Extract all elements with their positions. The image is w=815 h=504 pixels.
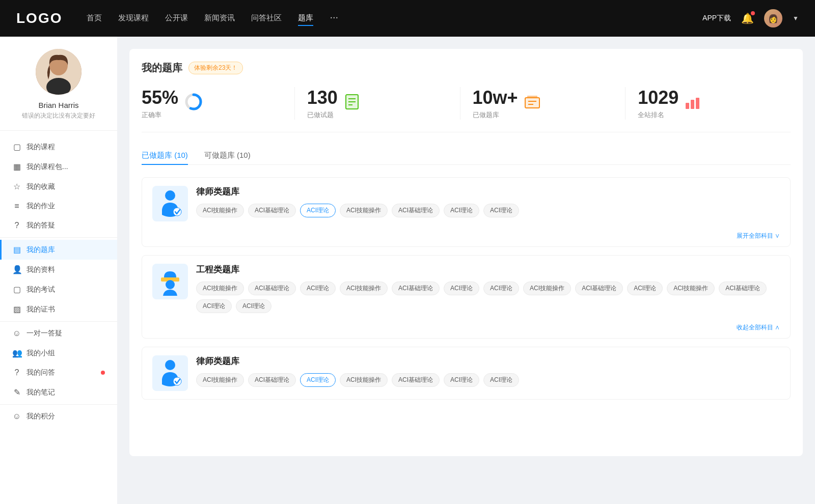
- profile-motto: 错误的决定比没有决定要好: [22, 111, 95, 120]
- svg-rect-16: [686, 103, 689, 109]
- qbank-card-2-collapse[interactable]: 收起全部科目 ∧: [142, 321, 790, 338]
- profile-avatar-image: [36, 49, 82, 95]
- stat-ranking: 1029 全站排名: [626, 87, 791, 120]
- tutoring-icon: ☺: [12, 329, 21, 338]
- stat-accuracy-label: 正确率: [142, 110, 178, 120]
- tag-2-4[interactable]: ACI基础理论: [392, 282, 440, 295]
- svg-rect-11: [525, 98, 539, 108]
- sidebar-item-notes[interactable]: ✎ 我的笔记: [0, 382, 117, 402]
- tag-1-5[interactable]: ACI理论: [444, 204, 479, 217]
- sidebar-label-favorites: 我的收藏: [26, 182, 105, 191]
- tag-1-3[interactable]: ACI技能操作: [340, 204, 388, 217]
- tag-1-0[interactable]: ACI技能操作: [196, 204, 244, 217]
- sidebar-divider-3: [0, 404, 117, 405]
- tag-2-9[interactable]: ACI理论: [627, 282, 663, 295]
- nav-open-course[interactable]: 公开课: [165, 11, 188, 26]
- stat-done-banks-label: 已做题库: [473, 110, 518, 120]
- logo: LOGO: [16, 10, 62, 26]
- tag-2-13[interactable]: ACI理论: [236, 299, 271, 313]
- stat-done-questions-text: 130 已做试题: [307, 87, 338, 120]
- stat-done-questions-label: 已做试题: [307, 110, 338, 120]
- tag-3-6[interactable]: ACI理论: [483, 373, 519, 387]
- sidebar-menu: ▢ 我的课程 ▦ 我的课程包... ☆ 我的收藏 ≡ 我的作业 ? 我的答疑 ▤: [0, 131, 117, 432]
- tag-1-1[interactable]: ACI基础理论: [248, 204, 296, 217]
- app-download-button[interactable]: APP下载: [702, 14, 731, 23]
- avatar-image: 👩: [764, 9, 782, 27]
- tag-1-2[interactable]: ACI理论: [300, 204, 336, 217]
- avatar-dropdown-arrow[interactable]: ▼: [793, 15, 799, 22]
- profile-avatar: [36, 49, 82, 95]
- tag-2-0[interactable]: ACI技能操作: [196, 282, 244, 295]
- sidebar-item-questions[interactable]: ? 我的答疑: [0, 216, 117, 235]
- avatar-svg: [36, 49, 82, 95]
- tag-2-8[interactable]: ACI基础理论: [575, 282, 623, 295]
- qbank-card-1-expand[interactable]: 展开全部科目 ∨: [142, 230, 790, 246]
- notification-bell[interactable]: 🔔: [741, 12, 754, 24]
- tag-2-7[interactable]: ACI技能操作: [523, 282, 571, 295]
- tag-1-4[interactable]: ACI基础理论: [392, 204, 440, 217]
- nav-home[interactable]: 首页: [87, 11, 102, 26]
- sidebar-item-qbank[interactable]: ▤ 我的题库: [0, 240, 117, 260]
- materials-icon: 👤: [12, 265, 21, 274]
- qbank-card-3-header: 律师类题库 ACI技能操作 ACI基础理论 ACI理论 ACI技能操作 ACI基…: [142, 347, 790, 399]
- stat-done-questions: 130 已做试题: [295, 87, 460, 120]
- nav-qbank[interactable]: 题库: [298, 11, 313, 26]
- tab-done-banks[interactable]: 已做题库 (10): [142, 147, 188, 164]
- tag-3-1[interactable]: ACI基础理论: [248, 373, 296, 387]
- sidebar-item-my-courses[interactable]: ▢ 我的课程: [0, 137, 117, 157]
- qbank-card-3-tags: ACI技能操作 ACI基础理论 ACI理论 ACI技能操作 ACI基础理论 AC…: [196, 373, 780, 387]
- tag-3-3[interactable]: ACI技能操作: [340, 373, 388, 387]
- questions-dot: [101, 371, 105, 375]
- sidebar-label-homework: 我的作业: [26, 202, 105, 211]
- sidebar-divider-1: [0, 237, 117, 238]
- sidebar-item-my-questions[interactable]: ? 我的问答: [0, 363, 117, 382]
- sidebar-item-materials[interactable]: 👤 我的资料: [0, 260, 117, 279]
- qbank-card-1-title: 律师类题库: [196, 186, 780, 198]
- tag-3-5[interactable]: ACI理论: [444, 373, 479, 387]
- nav-more[interactable]: ···: [330, 11, 338, 26]
- sidebar-divider-2: [0, 321, 117, 322]
- sidebar-item-course-package[interactable]: ▦ 我的课程包...: [0, 157, 117, 177]
- sidebar-item-certificate[interactable]: ▨ 我的证书: [0, 299, 117, 319]
- certificate-icon: ▨: [12, 304, 21, 314]
- sidebar-item-tutoring[interactable]: ☺ 一对一答疑: [0, 324, 117, 343]
- sidebar-label-tutoring: 一对一答疑: [26, 329, 105, 338]
- nav-discover[interactable]: 发现课程: [118, 11, 149, 26]
- tag-3-0[interactable]: ACI技能操作: [196, 373, 244, 387]
- stat-ranking-icon: [685, 94, 701, 114]
- nav-qa[interactable]: 问答社区: [251, 11, 282, 26]
- sidebar-item-exams[interactable]: ▢ 我的考试: [0, 279, 117, 299]
- tag-3-2[interactable]: ACI理论: [300, 373, 336, 387]
- sidebar-item-points[interactable]: ☺ 我的积分: [0, 407, 117, 426]
- sidebar-item-groups[interactable]: 👥 我的小组: [0, 343, 117, 363]
- sidebar-label-my-questions: 我的问答: [26, 368, 94, 377]
- trial-badge: 体验剩余23天！: [188, 62, 243, 74]
- avatar[interactable]: 👩: [764, 9, 782, 27]
- sidebar-item-favorites[interactable]: ☆ 我的收藏: [0, 177, 117, 197]
- stat-done-banks-text: 10w+ 已做题库: [473, 87, 518, 120]
- sidebar-label-course-package: 我的课程包...: [26, 162, 105, 172]
- stat-ranking-text: 1029 全站排名: [638, 87, 678, 120]
- tag-2-6[interactable]: ACI理论: [483, 282, 519, 295]
- tag-2-1[interactable]: ACI基础理论: [248, 282, 296, 295]
- profile-section: Brian Harris 错误的决定比没有决定要好: [0, 49, 117, 131]
- tag-2-2[interactable]: ACI理论: [300, 282, 336, 295]
- qbank-card-3: 律师类题库 ACI技能操作 ACI基础理论 ACI理论 ACI技能操作 ACI基…: [142, 347, 791, 400]
- my-questions-icon: ?: [12, 368, 21, 377]
- qbank-card-3-body: 律师类题库 ACI技能操作 ACI基础理论 ACI理论 ACI技能操作 ACI基…: [196, 355, 780, 387]
- tag-2-12[interactable]: ACI理论: [196, 299, 232, 313]
- nav-news[interactable]: 新闻资讯: [204, 11, 235, 26]
- tag-3-4[interactable]: ACI基础理论: [392, 373, 440, 387]
- tag-2-5[interactable]: ACI理论: [444, 282, 479, 295]
- tab-todo-banks[interactable]: 可做题库 (10): [204, 147, 251, 164]
- sidebar-item-homework[interactable]: ≡ 我的作业: [0, 197, 117, 216]
- sidebar: Brian Harris 错误的决定比没有决定要好 ▢ 我的课程 ▦ 我的课程包…: [0, 37, 117, 504]
- main-inner: 我的题库 体验剩余23天！ 55% 正确率: [129, 49, 803, 456]
- tag-2-10[interactable]: ACI技能操作: [667, 282, 715, 295]
- page-title: 我的题库: [142, 61, 182, 75]
- qbank-card-1: 律师类题库 ACI技能操作 ACI基础理论 ACI理论 ACI技能操作 ACI基…: [142, 177, 791, 247]
- tag-2-11[interactable]: ACI基础理论: [719, 282, 767, 295]
- stat-accuracy-value: 55%: [142, 87, 178, 108]
- tag-2-3[interactable]: ACI技能操作: [340, 282, 388, 295]
- tag-1-6[interactable]: ACI理论: [483, 204, 519, 217]
